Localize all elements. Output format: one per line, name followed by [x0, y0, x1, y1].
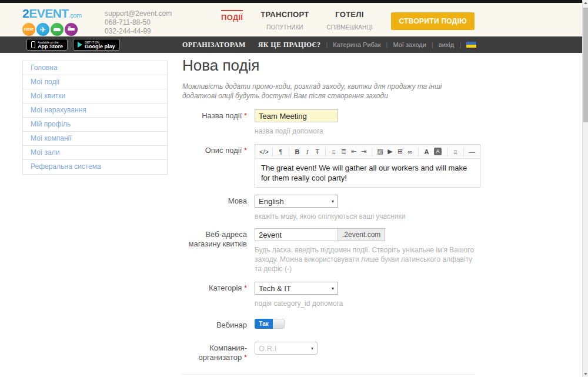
editor-toolbar: </> ¶ B I Ŧ ≡ ≣ ⇤ ⇥ ▨ ▶ — [255, 145, 480, 159]
account-links: ОРГАНІЗАТОРАМ ЯК ЦЕ ПРАЦЮЄ? | Катерина Р… — [182, 41, 476, 49]
logo[interactable]: 2EVENT.com EVENT ✈ — [22, 7, 92, 36]
bed-icon — [65, 23, 78, 36]
subdomain-help-text: Будь ласка, введіть піддомен події. Ство… — [255, 245, 475, 273]
logo-service-icons: EVENT ✈ — [22, 23, 92, 36]
sidebar-item-my-tickets[interactable]: Мої квитки — [23, 89, 167, 104]
toolbar-separator — [289, 147, 289, 156]
sidebar: Головна Мої події Мої квитки Мої нарахув… — [22, 61, 168, 175]
paragraph-format-icon[interactable]: ¶ — [276, 148, 286, 155]
insert-link-icon[interactable]: ∞ — [405, 148, 415, 155]
vertical-scrollbar[interactable] — [582, 0, 588, 377]
required-mark: * — [244, 146, 247, 155]
logout-link[interactable]: вихід — [439, 41, 454, 48]
webinar-toggle-on-label[interactable]: Так — [255, 319, 273, 329]
my-events-link[interactable]: Мої заходи — [393, 41, 426, 48]
scrollbar-thumb[interactable] — [583, 8, 588, 122]
sidebar-item-my-halls[interactable]: Мої зали — [23, 146, 167, 160]
nav-transport-sublabel[interactable]: ПОПУТНИКИ — [260, 24, 309, 31]
category-label: Категорія * — [182, 282, 247, 308]
chevron-down-icon: ▾ — [332, 199, 334, 204]
support-email[interactable]: support@2event.com — [105, 9, 172, 18]
nav-hotels-sublabel[interactable]: СПІВМЕШКАНЦІ — [327, 24, 373, 31]
insert-table-icon[interactable]: ⊞ — [395, 148, 405, 155]
nav-events-label[interactable]: ПОДІЇ — [221, 10, 243, 22]
new-event-form: Нова подія Можливість додати промо-коди,… — [182, 56, 475, 377]
appstore-badge[interactable]: Available on theApp Store — [26, 39, 68, 51]
subdomain-input[interactable] — [255, 228, 338, 241]
toolbar-separator — [325, 147, 326, 156]
scrollbar-up-arrow-icon[interactable] — [584, 2, 587, 4]
category-select[interactable]: Tech & IT ▾ — [255, 282, 338, 295]
link-organizers[interactable]: ОРГАНІЗАТОРАМ — [182, 41, 246, 49]
category-help-text: подія category_id допомога — [255, 299, 475, 308]
rich-text-editor: </> ¶ B I Ŧ ≡ ≣ ⇤ ⇥ ▨ ▶ — [255, 144, 480, 188]
webinar-toggle-off-side[interactable] — [273, 319, 285, 329]
sidebar-item-home[interactable]: Головна — [23, 61, 167, 75]
subdomain-input-group: .2event.com — [255, 228, 475, 241]
align-icon[interactable]: ≡ — [450, 148, 460, 155]
code-view-icon[interactable]: </> — [258, 148, 269, 155]
form-row-subdomain: Веб-адреса магазину квитків .2event.com … — [182, 228, 475, 273]
logo-part-2: 2 — [22, 6, 29, 20]
googleplay-badge[interactable]: GET IT ONGoogle play — [73, 39, 120, 51]
link-how-it-works[interactable]: ЯК ЦЕ ПРАЦЮЄ? — [258, 41, 321, 49]
nav-hotels-label[interactable]: ГОТЕЛІ — [327, 10, 373, 19]
unordered-list-icon[interactable]: ≡ — [329, 148, 339, 155]
ordered-list-icon[interactable]: ≣ — [339, 148, 349, 155]
plane-icon: ✈ — [36, 23, 49, 36]
ukraine-flag-icon[interactable] — [466, 42, 476, 48]
event-service-icon: EVENT — [22, 23, 35, 36]
name-help-text: назва події допомога — [255, 126, 475, 136]
webinar-toggle[interactable]: Так — [255, 319, 285, 329]
header: 2EVENT.com EVENT ✈ support@2event.com 06… — [0, 3, 588, 36]
page-title: Нова подія — [182, 56, 475, 75]
create-event-button[interactable]: СТВОРИТИ ПОДІЮ — [391, 12, 475, 30]
sidebar-item-my-earnings[interactable]: Мої нарахування — [23, 104, 167, 118]
description-label: Опис події * — [182, 144, 247, 188]
event-name-input[interactable] — [255, 109, 338, 122]
horizontal-rule-icon[interactable]: — — [467, 148, 477, 155]
nav-transport-label[interactable]: ТРАНСПОРТ — [260, 10, 309, 19]
font-color-icon[interactable]: A — [422, 148, 432, 155]
phone-number-2: 032-244-44-99 — [105, 27, 172, 36]
bold-icon[interactable]: B — [292, 148, 302, 155]
nav-hotels[interactable]: ГОТЕЛІ СПІВМЕШКАНЦІ — [327, 10, 373, 31]
nav-events[interactable]: ПОДІЇ — [221, 10, 243, 31]
user-name-link[interactable]: Катерина Рибак — [333, 41, 380, 48]
contact-info: support@2event.com 068-711-88-50 032-244… — [105, 7, 172, 36]
indent-icon[interactable]: ⇥ — [359, 148, 369, 155]
nav-transport[interactable]: ТРАНСПОРТ ПОПУТНИКИ — [260, 10, 309, 31]
scrollbar-down-arrow-icon[interactable] — [584, 373, 587, 375]
language-select[interactable]: English ▾ — [255, 195, 338, 208]
webinar-label: Вебинар — [182, 319, 247, 330]
page: 2EVENT.com EVENT ✈ support@2event.com 06… — [0, 0, 588, 377]
sidebar-item-my-events[interactable]: Мої події — [23, 75, 167, 89]
car-icon — [51, 23, 64, 36]
name-label: Назва події * — [182, 109, 247, 136]
logo-text: 2EVENT.com — [22, 7, 92, 22]
insert-video-icon[interactable]: ▶ — [385, 148, 395, 155]
toolbar-separator — [447, 147, 447, 156]
sidebar-item-my-profile[interactable]: Мій профіль — [23, 118, 167, 132]
form-row-description: Опис події * </> ¶ B I Ŧ ≡ ≣ ⇤ — [182, 144, 475, 188]
required-mark: * — [244, 111, 247, 120]
form-row-language: Мова English ▾ вкажіть мову, якою спілку… — [182, 195, 475, 221]
toolbar-separator — [372, 147, 372, 156]
outdent-icon[interactable]: ⇤ — [349, 148, 359, 155]
italic-icon[interactable]: I — [302, 148, 312, 155]
insert-image-icon[interactable]: ▨ — [375, 148, 385, 155]
language-label: Мова — [182, 195, 247, 221]
chevron-down-icon: ▾ — [332, 286, 334, 291]
event-description-editor[interactable]: The great event! We will gather all our … — [255, 159, 480, 187]
toolbar-separator — [463, 147, 464, 156]
strikethrough-icon[interactable]: Ŧ — [312, 148, 322, 155]
language-select-value: English — [259, 197, 284, 206]
sidebar-item-my-companies[interactable]: Мої компанії — [23, 132, 167, 146]
company-select[interactable]: O.R.I ▾ — [255, 342, 318, 355]
toolbar-separator — [272, 147, 273, 156]
phone-number-1: 068-711-88-50 — [105, 18, 172, 27]
required-mark: * — [244, 353, 247, 362]
highlight-color-icon[interactable]: A — [434, 148, 442, 155]
form-row-company: Компания-организатор * O.R.I ▾ — [182, 342, 475, 362]
sidebar-item-referral-system[interactable]: Реферальна система — [23, 160, 167, 174]
